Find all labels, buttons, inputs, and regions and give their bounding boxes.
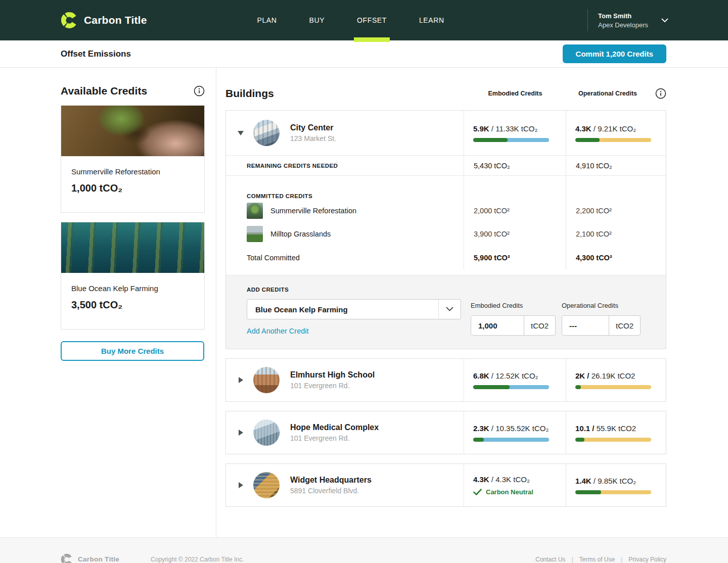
nav-item-offset[interactable]: OFFSET (357, 0, 387, 40)
operational-progress-bar (575, 385, 651, 389)
building-address: 5891 Cloverfield Blvd. (290, 487, 372, 495)
embodied-credits-input[interactable] (471, 316, 524, 335)
chevron-down-icon (438, 300, 461, 319)
building-name: Elmhurst High School (290, 370, 375, 380)
remaining-credits-label: REMAINING CREDITS NEEDED (226, 156, 464, 175)
column-header-embodied: Embodied Credits (464, 90, 566, 97)
committed-embodied-value: 2,000 tCO² (464, 199, 566, 222)
building-card-hope: Hope Medical Complex 101 Evergreen Rd. 2… (225, 411, 666, 454)
operational-stat: 2K / 26.19K tCO2 (575, 371, 666, 380)
footer-link-separator: | (621, 556, 622, 563)
embodied-stat: 4.3K / 4.3K tCO₂ (473, 475, 566, 484)
triangle-right-icon (239, 482, 243, 488)
embodied-stat: 5.9K / 11.33K tCO₂ (473, 124, 566, 133)
contact-us-link[interactable]: Contact Us (535, 556, 565, 563)
committed-embodied-value: 3,900 tCO² (464, 222, 566, 246)
building-address: 123 Market St. (290, 134, 336, 143)
expand-toggle[interactable] (233, 482, 249, 488)
nav-item-buy[interactable]: BUY (309, 0, 325, 40)
building-row-hope[interactable]: Hope Medical Complex 101 Evergreen Rd. 2… (226, 411, 666, 454)
buildings-info-icon[interactable] (649, 88, 666, 99)
operational-stat: 1.4K / 9.85K tCO₂ (575, 477, 666, 485)
commit-credits-button[interactable]: Commit 1,200 Credits (563, 44, 666, 63)
building-row-widget[interactable]: Widget Headquarters 5891 Cloverfield Blv… (226, 464, 666, 506)
remaining-credits-row: REMAINING CREDITS NEEDED 5,430 tCO₂ 4,91… (226, 155, 666, 175)
building-card-city-center: City Center 123 Market St. 5.9K / 11.33K… (225, 110, 666, 349)
carbon-title-logo-icon-gray (61, 553, 73, 563)
available-credits-title: Available Credits (61, 85, 147, 97)
main-nav: PLAN BUY OFFSET LEARN (257, 0, 444, 40)
terms-of-use-link[interactable]: Terms of Use (579, 556, 615, 563)
remaining-operational-value: 4,910 tCO₂ (566, 156, 666, 175)
add-another-credit-link[interactable]: Add Another Credit (247, 327, 309, 335)
buildings-panel: Buildings Embodied Credits Operational C… (216, 68, 728, 537)
footer-link-separator: | (571, 556, 573, 563)
embodied-stat: 6.8K / 12.52K tCO₂ (473, 371, 566, 380)
credit-name: Blue Ocean Kelp Farming (71, 284, 194, 293)
expand-toggle[interactable] (233, 377, 249, 383)
user-name: Tom Smith (598, 12, 648, 20)
carbon-title-logo-icon (61, 12, 78, 29)
committed-operational-value: 2,200 tCO² (566, 199, 666, 222)
credit-name: Summerville Reforestation (71, 167, 194, 176)
building-address: 101 Evergreen Rd. (290, 382, 375, 390)
triangle-right-icon (239, 430, 243, 436)
operational-stat: 10.1 / 55.9K tCO2 (575, 424, 666, 433)
embodied-stat: 2.3K / 10.35.52K tCO₂ (473, 424, 566, 433)
credit-card-summerville: Summerville Reforestation 1,000 tCO₂ (61, 105, 205, 213)
brand[interactable]: Carbon Title (61, 12, 147, 29)
operational-input-label: Operational Credits (562, 302, 641, 309)
building-avatar (253, 367, 280, 393)
building-name: Widget Headquarters (290, 476, 372, 485)
triangle-down-icon (238, 131, 244, 135)
nav-item-learn[interactable]: LEARN (419, 0, 444, 40)
credit-card-kelp: Blue Ocean Kelp Farming 3,500 tCO₂ (61, 222, 205, 330)
total-committed-label: Total Committed (226, 246, 464, 270)
building-card-elmhurst: Elmhurst High School 101 Evergreen Rd. 6… (225, 358, 666, 402)
expand-toggle[interactable] (233, 430, 249, 436)
page-title: Offset Emissions (61, 49, 131, 59)
embodied-input-label: Embodied Credits (471, 302, 556, 309)
operational-credits-input[interactable] (562, 316, 609, 335)
summerville-thumbnail (247, 203, 263, 219)
committed-credit-row: Milltop Grasslands 3,900 tCO² 2,100 tCO² (226, 222, 666, 246)
building-address: 101 Evergreen Rd. (290, 434, 379, 442)
total-embodied-value: 5,900 tCO² (464, 246, 566, 270)
nav-item-plan[interactable]: PLAN (257, 0, 277, 40)
committed-credit-row: Summerville Reforestation 2,000 tCO² 2,2… (226, 199, 666, 222)
building-avatar (253, 120, 280, 146)
seedling-in-hand-photo (61, 106, 204, 156)
collapse-toggle[interactable] (233, 131, 249, 135)
credit-select[interactable]: Blue Ocean Kelp Farming (247, 299, 461, 319)
brand-name: Carbon Title (84, 14, 147, 26)
building-row-elmhurst[interactable]: Elmhurst High School 101 Evergreen Rd. 6… (226, 359, 666, 401)
committed-credits-label: COMMITTED CREDITS (226, 176, 464, 199)
privacy-policy-link[interactable]: Privacy Policy (628, 556, 666, 563)
committed-operational-value: 2,100 tCO² (566, 222, 666, 246)
operational-stat: 4.3K / 9.21K tCO₂ (575, 124, 666, 133)
add-credits-label: ADD CREDITS (247, 287, 666, 293)
chevron-down-icon (661, 18, 668, 23)
footer-links: Contact Us | Terms of Use | Privacy Poli… (535, 556, 666, 563)
user-menu[interactable]: Tom Smith Apex Developers (587, 9, 668, 31)
building-row-city-center[interactable]: City Center 123 Market St. 5.9K / 11.33K… (226, 111, 666, 155)
credit-amount: 3,500 tCO₂ (71, 299, 194, 311)
total-operational-value: 4,300 tCO² (566, 246, 666, 270)
add-credits-section: ADD CREDITS Blue Ocean Kelp Farming Add … (226, 275, 666, 349)
top-navbar: Carbon Title PLAN BUY OFFSET LEARN Tom S… (0, 0, 728, 40)
operational-unit-label: tCO2 (609, 316, 640, 335)
triangle-right-icon (239, 377, 243, 383)
available-credits-sidebar: Available Credits Summerville Reforestat… (0, 68, 216, 537)
underwater-kelp-photo (61, 222, 204, 273)
buy-more-credits-button[interactable]: Buy More Credits (61, 341, 204, 361)
footer: Carbon Title Copyright © 2022 Carbon Tit… (0, 537, 728, 563)
committed-credits-section: COMMITTED CREDITS Summerville Reforestat… (226, 175, 666, 275)
credit-amount: 1,000 tCO₂ (71, 182, 194, 194)
buildings-title: Buildings (225, 87, 464, 100)
column-header-operational: Operational Credits (566, 90, 649, 97)
operational-progress-bar (575, 138, 651, 142)
building-card-widget: Widget Headquarters 5891 Cloverfield Blv… (225, 463, 666, 507)
copyright-text: Copyright © 2022 Carbon Title Inc. (151, 556, 244, 563)
available-credits-info-icon[interactable] (194, 85, 205, 97)
carbon-neutral-label: Carbon Neutral (486, 488, 533, 496)
